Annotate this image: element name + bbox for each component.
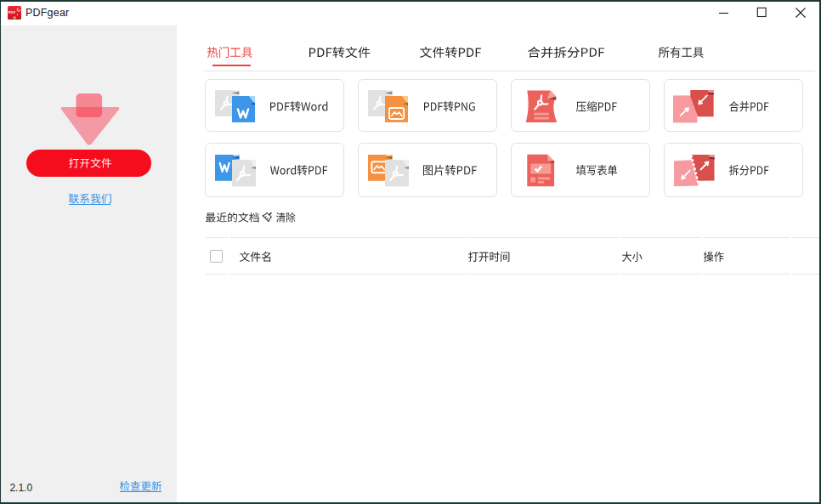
- svg-text:PDF: PDF: [8, 10, 16, 14]
